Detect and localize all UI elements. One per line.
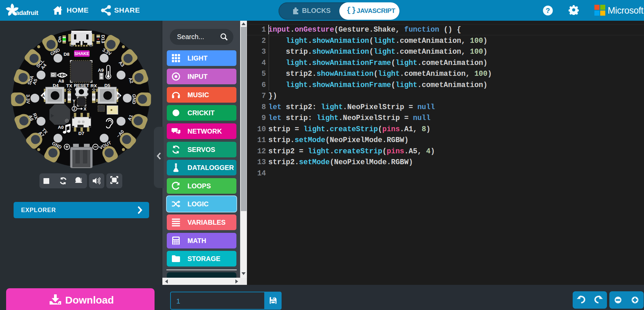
- svg-text:3.3V: 3.3V: [25, 94, 31, 104]
- svg-text:A0: A0: [58, 125, 64, 130]
- svg-text:SHAKE: SHAKE: [74, 51, 89, 56]
- svg-text:TX: TX: [66, 83, 72, 88]
- svg-text:B: B: [118, 94, 120, 98]
- svg-text:D13: D13: [101, 35, 106, 43]
- svg-text:Z: Z: [73, 107, 75, 111]
- svg-text:RX: RX: [91, 83, 97, 88]
- svg-text:A: A: [42, 94, 45, 98]
- svg-text:A9: A9: [98, 68, 104, 73]
- svg-text:D8: D8: [64, 52, 70, 57]
- svg-text:D7: D7: [78, 131, 84, 136]
- svg-text:On: On: [57, 36, 62, 42]
- svg-text:?: ?: [546, 6, 550, 14]
- svg-text:X: X: [84, 107, 87, 111]
- svg-text:A8: A8: [58, 79, 64, 84]
- svg-text:Y: Y: [73, 99, 76, 104]
- svg-text:GND: GND: [131, 94, 137, 104]
